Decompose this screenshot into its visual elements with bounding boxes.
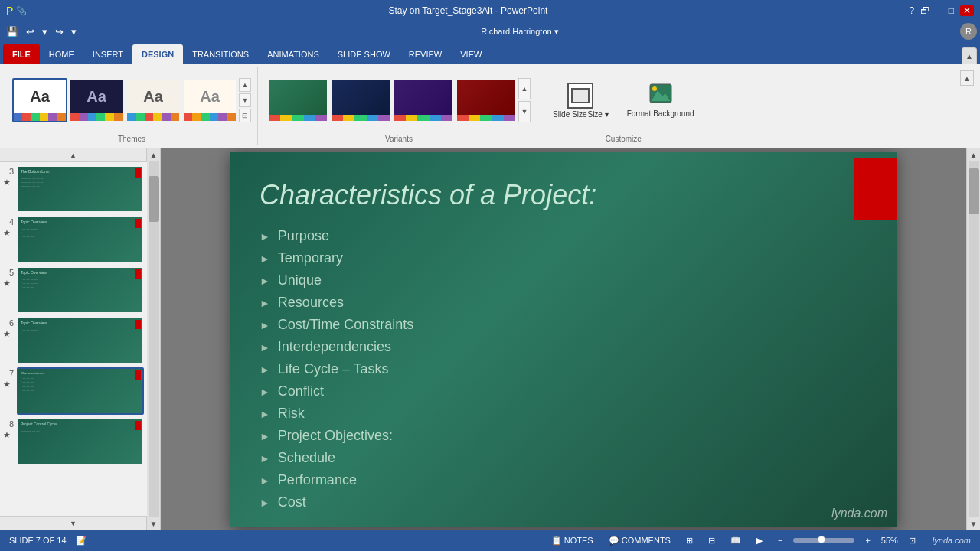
right-scroll-down[interactable]: ▼: [968, 517, 980, 530]
bullet-conflict[interactable]: ► Conflict: [260, 383, 413, 399]
variant-1[interactable]: [267, 78, 328, 122]
fit-window-button[interactable]: ⊡: [904, 534, 920, 547]
bullet-cost-time[interactable]: ► Cost/Time Constraints: [260, 317, 413, 333]
scroll-track-left[interactable]: [149, 161, 159, 517]
tab-file[interactable]: FILE: [3, 44, 40, 64]
slide-item-6[interactable]: 6 ★ Topic Overview: • — — — — • — — — —: [3, 317, 144, 364]
tab-design[interactable]: DESIGN: [132, 44, 183, 64]
variant-4[interactable]: [456, 78, 517, 122]
slide-item-7[interactable]: 7 ★ Characteristics of • — — — • — — — •…: [3, 367, 144, 415]
undo-button[interactable]: ↩: [23, 24, 38, 39]
comments-button[interactable]: 💬 COMMENTS: [604, 534, 675, 547]
theme-scroll-up[interactable]: ▲: [239, 78, 251, 92]
view-slide-sorter-button[interactable]: ⊟: [704, 534, 720, 547]
notes-icon: 📋: [551, 536, 562, 545]
slide-item-8[interactable]: 8 ★ Project Control Cycle: — — — — —: [3, 418, 144, 465]
format-background-icon: [648, 82, 674, 108]
bullet-arrow-1: ►: [260, 230, 270, 243]
view-reading-button[interactable]: 📖: [726, 534, 746, 547]
slide-panel-scroll-up[interactable]: ▲: [0, 148, 146, 162]
theme-scroll-more[interactable]: ⊟: [239, 109, 251, 122]
tab-insert[interactable]: INSERT: [83, 44, 132, 64]
slide-item-3[interactable]: 3 ★ The Bottom Line: — — — — — — — — — —…: [3, 165, 144, 213]
tab-review[interactable]: REVIEW: [400, 44, 451, 64]
scroll-thumb-left[interactable]: [149, 176, 159, 222]
bullet-lifecycle[interactable]: ► Life Cycle – Tasks: [260, 361, 413, 377]
zoom-out-button[interactable]: −: [773, 534, 787, 546]
ribbon-collapse-button[interactable]: ▲: [962, 47, 977, 64]
slide-thumb-3[interactable]: The Bottom Line: — — — — — — — — — — — —…: [17, 165, 144, 213]
bullet-temporary[interactable]: ► Temporary: [260, 250, 413, 266]
theme-scroll[interactable]: ▲ ▼ ⊟: [239, 78, 251, 122]
restore-button[interactable]: 🗗: [920, 5, 929, 16]
bullet-purpose[interactable]: ► Purpose: [260, 228, 413, 244]
zoom-in-button[interactable]: +: [861, 534, 874, 546]
variant-scroll-down[interactable]: ▼: [518, 101, 531, 122]
slide-item-4[interactable]: 4 ★ Topic Overview: • — — — — • — — — — …: [3, 216, 144, 263]
bullet-resources[interactable]: ► Resources: [260, 295, 413, 311]
format-background-button[interactable]: Format Background: [621, 79, 701, 122]
variant-scroll[interactable]: ▲ ▼: [518, 78, 531, 122]
canvas-area: Characteristics of a Project: ► Purpose …: [161, 148, 966, 530]
slide-star-3: ★: [3, 178, 11, 187]
slide-item-5[interactable]: 5 ★ Topic Overview: • — — — — • — — — — …: [3, 266, 144, 314]
theme-4[interactable]: Aa: [182, 78, 237, 122]
slide-title[interactable]: Characteristics of a Project:: [260, 179, 596, 211]
tab-view[interactable]: VIEW: [451, 44, 491, 64]
qa-more-button[interactable]: ▾: [68, 24, 80, 39]
theme-scroll-down[interactable]: ▼: [239, 93, 251, 107]
scroll-thumb-right[interactable]: [969, 168, 979, 214]
scroll-up-arrow[interactable]: ▲: [148, 148, 160, 161]
tab-home[interactable]: HOME: [40, 44, 83, 64]
view-normal-button[interactable]: ⊞: [681, 534, 697, 547]
tab-animations[interactable]: ANIMATIONS: [258, 44, 328, 64]
bullet-cost[interactable]: ► Cost: [260, 494, 413, 510]
zoom-slider[interactable]: [793, 538, 854, 543]
minimize-button[interactable]: ─: [936, 5, 942, 16]
user-avatar: R: [960, 23, 977, 40]
tab-slideshow[interactable]: SLIDE SHOW: [328, 44, 400, 64]
bullet-project-objectives[interactable]: ► Project Objectives:: [260, 428, 413, 444]
bullet-schedule[interactable]: ► Schedule: [260, 450, 413, 466]
bullet-interdependencies[interactable]: ► Interdependencies: [260, 339, 413, 355]
bullet-unique[interactable]: ► Unique: [260, 272, 413, 289]
redo-button[interactable]: ↪: [52, 24, 67, 39]
bullet-performance[interactable]: ► Performance: [260, 472, 413, 488]
view-presentation-button[interactable]: ▶: [752, 534, 767, 547]
theme-3[interactable]: Aa: [126, 78, 181, 122]
undo-arrow[interactable]: ▾: [39, 24, 51, 39]
zoom-level: 55%: [881, 536, 898, 545]
close-button[interactable]: ✕: [960, 5, 974, 16]
bullet-risk[interactable]: ► Risk: [260, 406, 413, 422]
bullet-arrow-10: ►: [260, 430, 270, 442]
theme-2[interactable]: Aa: [69, 78, 124, 122]
canvas-scroll-left[interactable]: ▲ ▼: [147, 148, 161, 530]
slide-thumb-4[interactable]: Topic Overview: • — — — — • — — — — • — …: [17, 216, 144, 263]
maximize-button[interactable]: □: [949, 5, 954, 16]
slide-size-button[interactable]: Slide Size Size ▾: [547, 80, 615, 122]
scroll-down-arrow[interactable]: ▼: [148, 517, 160, 530]
ribbon-section-collapse[interactable]: ▲: [960, 70, 974, 86]
tab-transitions[interactable]: TRANSITIONS: [183, 44, 258, 64]
right-scroll-up[interactable]: ▲: [968, 148, 980, 161]
canvas-scroll-right[interactable]: ▲ ▼: [966, 148, 980, 530]
theme-1[interactable]: Aa: [12, 78, 67, 122]
save-button[interactable]: 💾: [3, 24, 21, 39]
notes-button[interactable]: 📋 NOTES: [547, 534, 598, 547]
bullet-arrow-5: ►: [260, 319, 270, 331]
variants-label: Variants: [385, 135, 413, 145]
themes-label: Themes: [118, 135, 145, 145]
slide-thumb-6[interactable]: Topic Overview: • — — — — • — — — —: [17, 317, 144, 364]
slide-thumb-8[interactable]: Project Control Cycle: — — — — —: [17, 418, 144, 465]
scroll-track-right[interactable]: [969, 161, 979, 517]
bullet-arrow-3: ►: [260, 275, 270, 287]
variant-2[interactable]: [330, 78, 391, 122]
slide-thumb-5[interactable]: Topic Overview: • — — — — • — — — — • — …: [17, 266, 144, 314]
help-button[interactable]: ?: [910, 5, 915, 16]
variant-scroll-up[interactable]: ▲: [518, 78, 531, 99]
variant-3[interactable]: [393, 78, 454, 122]
slide-panel-scroll-down[interactable]: ▼: [0, 516, 146, 530]
slide-thumb-7[interactable]: Characteristics of • — — — • — — — • — —…: [17, 367, 144, 415]
slide-canvas[interactable]: Characteristics of a Project: ► Purpose …: [230, 152, 897, 527]
customize-group: Slide Size Size ▾ Format Background: [541, 67, 707, 145]
